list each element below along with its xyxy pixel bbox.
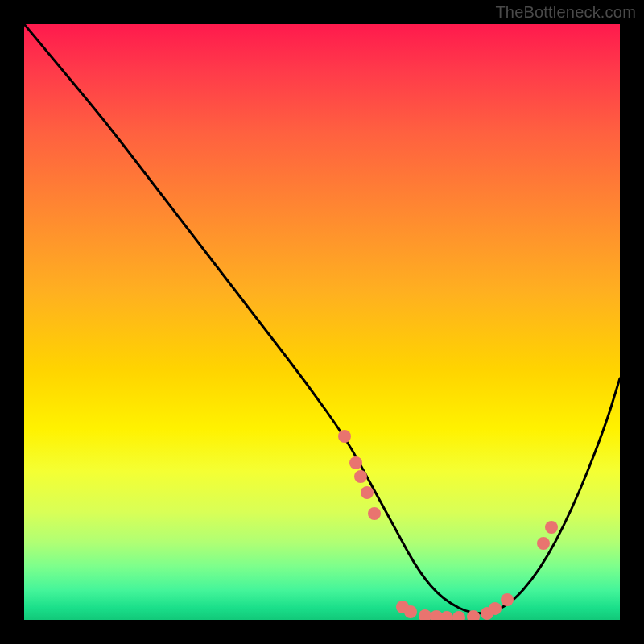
chart-frame: TheBottleneck.com bbox=[0, 0, 644, 644]
scatter-dot bbox=[545, 521, 558, 534]
scatter-dot bbox=[361, 486, 374, 499]
chart-svg bbox=[24, 24, 620, 620]
attribution-text: TheBottleneck.com bbox=[495, 3, 636, 22]
bottleneck-curve bbox=[24, 24, 620, 613]
scatter-dot bbox=[501, 593, 514, 606]
scatter-dots bbox=[338, 430, 558, 620]
scatter-dot bbox=[404, 605, 417, 618]
scatter-dot bbox=[349, 456, 362, 469]
scatter-dot bbox=[354, 470, 367, 483]
scatter-dot bbox=[419, 609, 431, 620]
scatter-dot bbox=[338, 430, 351, 443]
scatter-dot bbox=[489, 602, 502, 615]
scatter-dot bbox=[537, 537, 550, 550]
scatter-dot bbox=[452, 611, 465, 620]
scatter-dot bbox=[440, 611, 453, 620]
scatter-dot bbox=[368, 507, 381, 520]
plot-area bbox=[24, 24, 620, 620]
